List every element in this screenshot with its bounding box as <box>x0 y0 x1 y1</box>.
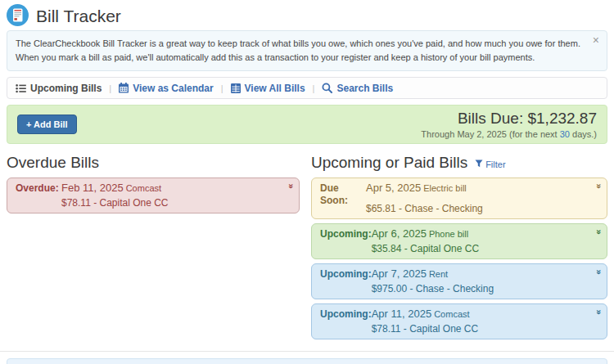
nav-search-bills-label: Search Bills <box>336 83 393 94</box>
bill-details: Feb 11, 2025Comcast $78.11 - Capital One… <box>61 182 281 209</box>
bills-due-total: Bills Due: $1,232.87 <box>421 110 597 128</box>
upcoming-bills-title: Upcoming or Paid Bills <box>311 154 467 172</box>
bill-status-label: Overdue: <box>16 182 61 209</box>
filter-link[interactable]: Filter <box>475 160 505 169</box>
bill-status-label: Due Soon: <box>320 182 366 214</box>
bill-card-due-soon-electric[interactable]: Due Soon: Apr 5, 2025Electric bill $65.8… <box>311 178 607 219</box>
bill-status-label: Upcoming: <box>320 227 372 254</box>
nav-search-bills[interactable]: Search Bills <box>322 83 393 94</box>
nav-separator: | <box>313 83 315 93</box>
nav-view-as-calendar-label: View as Calendar <box>133 83 214 94</box>
nav-view-all-bills-label: View All Bills <box>245 83 305 94</box>
filter-link-label: Filter <box>485 160 505 169</box>
bill-name: Phone bill <box>429 229 468 239</box>
nav-view-as-calendar[interactable]: View as Calendar <box>119 83 214 94</box>
chevrons-down-icon[interactable]: » <box>594 310 603 314</box>
bill-name: Comcast <box>434 309 469 319</box>
close-icon[interactable]: × <box>593 34 599 46</box>
bill-card-upcoming-phone[interactable]: Upcoming: Apr 6, 2025Phone bill $35.84 -… <box>311 223 607 259</box>
chevrons-down-icon[interactable]: » <box>594 184 603 188</box>
bill-name: Electric bill <box>423 183 467 193</box>
bill-amount-account: $975.00 - Chase - Checking <box>372 283 589 294</box>
bill-name: Rent <box>429 269 448 279</box>
chevrons-down-icon[interactable]: » <box>286 184 296 188</box>
search-icon <box>322 83 332 93</box>
chevrons-down-icon[interactable]: » <box>594 230 603 234</box>
nav-upcoming-bills-label: Upcoming Bills <box>30 83 102 94</box>
bill-date: Apr 6, 2025 <box>372 227 427 240</box>
intro-banner-text: The ClearCheckbook Bill Tracker is a gre… <box>16 38 580 62</box>
bill-card-upcoming-rent[interactable]: Upcoming: Apr 7, 2025Rent $975.00 - Chas… <box>311 263 607 299</box>
page-header: Bill Tracker <box>7 0 607 28</box>
bill-tracker-nav: Upcoming Bills | View as Calendar | <box>7 77 607 99</box>
bill-amount-account: $78.11 - Capital One CC <box>61 197 281 209</box>
bill-date: Apr 5, 2025 <box>366 182 421 194</box>
nav-view-all-bills[interactable]: View All Bills <box>231 83 305 94</box>
bill-tracker-page: Bill Tracker The ClearCheckbook Bill Tra… <box>0 0 614 364</box>
bill-amount-account: $78.11 - Capital One CC <box>372 323 589 335</box>
bill-card-overdue-comcast[interactable]: Overdue: Feb 11, 2025Comcast $78.11 - Ca… <box>7 178 300 213</box>
nav-separator: | <box>221 83 223 93</box>
overdue-bills-title: Overdue Bills <box>7 154 99 172</box>
overdue-bills-section: Overdue Bills Overdue: Feb 11, 2025Comca… <box>7 153 300 344</box>
receipt-logo-icon <box>7 4 29 29</box>
nav-separator: | <box>109 83 111 93</box>
bills-columns: Overdue Bills Overdue: Feb 11, 2025Comca… <box>7 153 607 344</box>
list-icon <box>16 83 26 93</box>
bills-due-range-suffix: days.) <box>570 129 597 139</box>
funnel-icon <box>475 160 483 169</box>
bill-status-label: Upcoming: <box>320 267 372 294</box>
bills-due-banner: + Add Bill Bills Due: $1,232.87 Through … <box>7 105 607 144</box>
bills-due-range: Through May 2, 2025 (for the next 30 day… <box>421 129 597 139</box>
bill-status-label: Upcoming: <box>320 308 372 335</box>
upcoming-bills-section: Upcoming or Paid Bills Filter Due Soon: … <box>311 153 607 344</box>
bill-details: Apr 11, 2025Comcast $78.11 - Capital One… <box>372 308 589 335</box>
bill-details: Apr 7, 2025Rent $975.00 - Chase - Checki… <box>372 267 589 294</box>
bill-name: Comcast <box>126 183 161 193</box>
bill-date: Feb 11, 2025 <box>61 182 124 194</box>
bill-amount-account: $35.84 - Capital One CC <box>372 243 589 254</box>
bill-details: Apr 6, 2025Phone bill $35.84 - Capital O… <box>372 227 589 254</box>
chevrons-down-icon[interactable]: » <box>594 270 603 274</box>
intro-banner: The ClearCheckbook Bill Tracker is a gre… <box>7 30 607 71</box>
table-icon <box>231 83 241 93</box>
bill-details: Apr 5, 2025Electric bill $65.81 - Chase … <box>366 182 589 214</box>
nav-upcoming-bills[interactable]: Upcoming Bills <box>16 83 102 94</box>
new-feature-banner: New Feature! You can see your upcoming b… <box>7 358 607 364</box>
calendar-icon <box>119 83 129 93</box>
bills-due-summary: Bills Due: $1,232.87 Through May 2, 2025… <box>421 110 597 139</box>
bill-amount-account: $65.81 - Chase - Checking <box>366 203 589 214</box>
footer-divider <box>0 351 614 352</box>
days-link[interactable]: 30 <box>560 129 570 139</box>
page-title: Bill Tracker <box>36 7 121 26</box>
bill-date: Apr 7, 2025 <box>372 267 427 280</box>
bill-date: Apr 11, 2025 <box>372 308 431 320</box>
bill-card-upcoming-comcast[interactable]: Upcoming: Apr 11, 2025Comcast $78.11 - C… <box>311 303 607 339</box>
bills-due-range-prefix: Through May 2, 2025 (for the next <box>421 129 559 139</box>
add-bill-button[interactable]: + Add Bill <box>17 115 77 134</box>
